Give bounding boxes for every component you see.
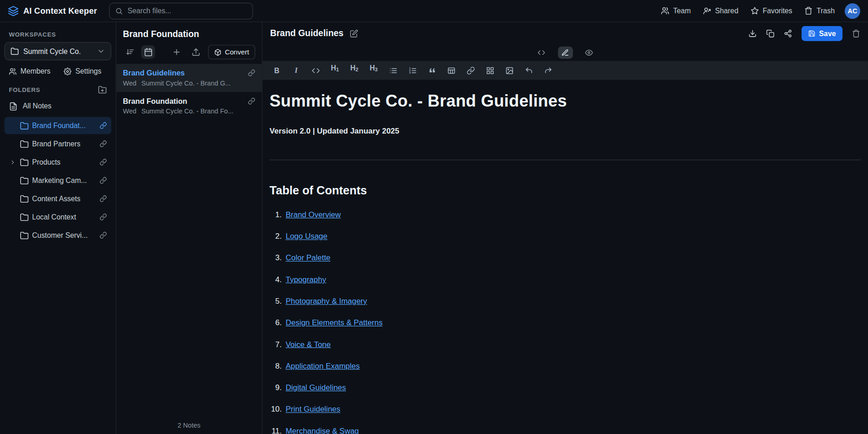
upload-icon (191, 48, 200, 56)
link-icon[interactable] (100, 177, 107, 184)
nav-favorites[interactable]: Favorites (751, 7, 792, 15)
folder-label: Content Assets (32, 194, 80, 203)
redo-button[interactable] (540, 64, 556, 77)
document-icon (9, 102, 17, 110)
copy-icon[interactable] (766, 29, 774, 38)
toc-link-photography-imagery[interactable]: Photography & Imagery (286, 297, 367, 305)
sidebar-folder-content-assets[interactable]: Content Assets (5, 190, 111, 208)
folder-icon (20, 231, 29, 240)
toc-link-print-guidelines[interactable]: Print Guidelines (286, 405, 340, 413)
link-button[interactable] (463, 64, 478, 77)
link-icon[interactable] (100, 195, 107, 203)
toc-link-design-elements[interactable]: Design Elements & Patterns (286, 319, 382, 327)
toc-link-merchandise-swag[interactable]: Merchandise & Swag (286, 427, 359, 434)
sidebar-folder-brand-partners[interactable]: Brand Partners (5, 135, 111, 153)
source-mode-button[interactable] (534, 47, 549, 59)
shared-icon (703, 7, 711, 15)
search-box[interactable] (109, 2, 253, 19)
italic-button[interactable]: I (288, 64, 304, 77)
star-icon (751, 7, 759, 15)
link-icon[interactable] (248, 69, 255, 76)
link-icon[interactable] (100, 159, 107, 166)
preview-mode-button[interactable] (582, 47, 597, 59)
toc-item: 6.Design Elements & Patterns (270, 319, 861, 327)
quote-button[interactable] (424, 64, 439, 77)
sidebar-folder-marketing-campaigns[interactable]: Marketing Cam... (5, 172, 111, 189)
link-icon[interactable] (248, 97, 255, 105)
sort-icon (125, 48, 134, 56)
toc-link-digital-guidelines[interactable]: Digital Guidelines (286, 383, 346, 391)
bullet-list-button[interactable] (385, 64, 401, 77)
svg-text:3: 3 (409, 71, 410, 74)
folder-icon (20, 121, 29, 130)
toc-item: 7.Voice & Tone (270, 340, 861, 348)
sidebar-folder-customer-service[interactable]: Customer Servi... (5, 227, 111, 244)
chevron-right-icon[interactable] (9, 159, 16, 166)
delete-note-icon[interactable] (852, 29, 860, 38)
toc-link-voice-tone[interactable]: Voice & Tone (286, 340, 331, 348)
h1-button[interactable]: H1 (327, 64, 343, 77)
folder-icon (20, 194, 29, 203)
sort-button[interactable] (123, 45, 137, 59)
undo-button[interactable] (521, 64, 536, 77)
ordered-list-button[interactable]: 123 (405, 64, 420, 77)
new-folder-icon[interactable] (98, 86, 106, 94)
h2-button[interactable]: H2 (347, 64, 362, 77)
settings-label: Settings (75, 67, 101, 75)
new-note-button[interactable] (169, 45, 183, 59)
code-icon (538, 49, 545, 57)
share-icon[interactable] (783, 29, 792, 38)
italic-icon: I (295, 66, 297, 75)
link-icon[interactable] (100, 214, 107, 221)
download-icon[interactable] (748, 29, 757, 38)
toc-link-brand-overview[interactable]: Brand Overview (286, 210, 341, 219)
nav-trash-label: Trash (817, 7, 835, 15)
convert-label: Convert (225, 48, 249, 56)
link-icon[interactable] (100, 140, 107, 148)
package-icon (214, 48, 222, 56)
nav-team[interactable]: Team (661, 7, 691, 15)
note-preview: Summit Cycle Co. - Brand Fo... (142, 107, 233, 115)
nav-trash[interactable]: Trash (804, 7, 835, 15)
save-button[interactable]: Save (801, 26, 842, 41)
toc-link-logo-usage[interactable]: Logo Usage (286, 232, 328, 241)
ordered-list-icon: 123 (408, 66, 417, 75)
h3-button[interactable]: H3 (366, 64, 381, 77)
nav-shared[interactable]: Shared (703, 7, 738, 15)
grid-button[interactable] (482, 64, 498, 77)
toc-link-color-palette[interactable]: Color Palette (286, 254, 330, 262)
table-button[interactable] (444, 64, 459, 77)
document-body[interactable]: Summit Cycle Co. - Brand Guidelines Vers… (262, 80, 868, 434)
folder-icon (20, 139, 29, 148)
toc-link-typography[interactable]: Typography (286, 275, 326, 284)
image-button[interactable] (502, 64, 517, 77)
note-item-brand-guidelines[interactable]: Brand Guidelines Wed Summit Cycle Co. - … (116, 64, 262, 92)
toc-item: 10.Print Guidelines (270, 405, 861, 413)
sidebar-item-all-notes[interactable]: All Notes (0, 97, 116, 115)
link-icon[interactable] (100, 231, 107, 239)
workspace-selector[interactable]: Summit Cycle Co. (5, 42, 111, 60)
link-icon[interactable] (100, 122, 107, 129)
sidebar-folder-local-context[interactable]: Local Context (5, 209, 111, 226)
bold-button[interactable]: B (269, 64, 285, 77)
divider (270, 160, 861, 160)
folder-label: Products (32, 158, 60, 166)
code-button[interactable] (308, 64, 323, 77)
search-input[interactable] (127, 7, 247, 15)
upload-button[interactable] (189, 45, 202, 59)
gear-icon (64, 67, 72, 75)
all-notes-label: All Notes (23, 102, 52, 110)
sidebar-folder-products[interactable]: Products (5, 154, 111, 171)
rename-icon[interactable] (350, 29, 358, 38)
note-item-brand-foundation[interactable]: Brand Foundation Wed Summit Cycle Co. - … (116, 92, 262, 120)
convert-button[interactable]: Convert (208, 45, 255, 59)
app-logo-icon (8, 5, 19, 16)
sidebar-folder-brand-foundation[interactable]: Brand Foundat... (5, 117, 111, 134)
edit-mode-button[interactable] (558, 47, 573, 59)
calendar-view-button[interactable] (141, 45, 155, 59)
toc-link-application-examples[interactable]: Application Examples (286, 362, 360, 370)
trash-icon (804, 7, 813, 15)
settings-button[interactable]: Settings (64, 67, 101, 75)
avatar[interactable]: AC (845, 3, 860, 19)
members-button[interactable]: Members (9, 67, 50, 75)
